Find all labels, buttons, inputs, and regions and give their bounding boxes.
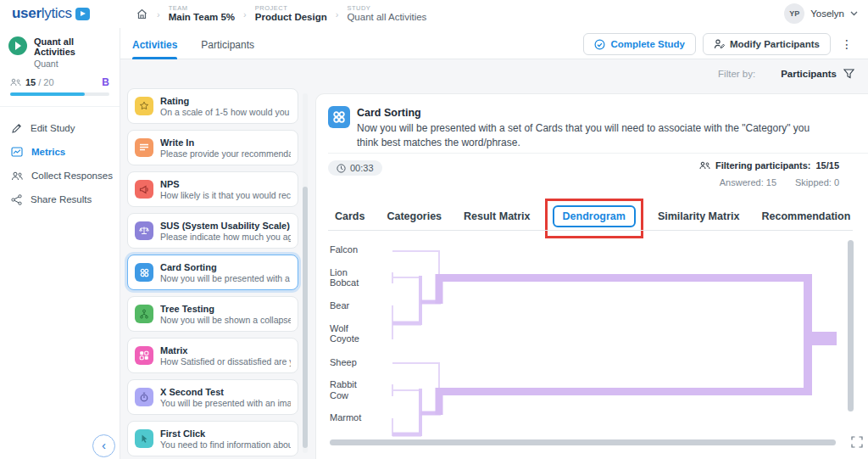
list-item-nps[interactable]: NPSHow likely is it that you would reco.… <box>127 171 298 207</box>
divider <box>328 230 853 231</box>
dendrogram-leaf: Bear <box>330 300 349 311</box>
dendrogram-leaf: Wolf <box>330 323 348 333</box>
activity-list-scrollbar-thumb[interactable] <box>303 187 308 448</box>
complete-study-button[interactable]: Complete Study <box>583 33 696 55</box>
card-sorting-icon <box>328 106 350 128</box>
sidebar-nav: Edit Study Metrics Collect Responses Sha… <box>0 116 120 211</box>
dendrogram-leaf: Marmot <box>330 412 361 423</box>
sidebar-divider <box>0 106 120 107</box>
participants-progressbar <box>10 92 109 96</box>
study-summary: Quant all Activities Quant <box>0 28 120 69</box>
filter-row: Filter by: Participants <box>718 69 854 79</box>
clock-icon <box>337 164 346 173</box>
breadcrumb-project[interactable]: PROJECT Product Design <box>255 5 327 23</box>
stopwatch-icon <box>135 388 153 406</box>
dendrogram-leaf: Lion <box>330 267 348 277</box>
dendrogram-leaf: Coyote <box>330 333 359 344</box>
timer-pill: 00:33 <box>328 160 382 176</box>
result-tabs: Cards Categories Result Matrix Dendrogra… <box>335 205 850 227</box>
share-icon <box>11 194 22 205</box>
study-subtitle: Quant <box>34 59 111 69</box>
dendrogram-chart: Falcon Lion Bobcat Bear Wolf Coyote Shee… <box>316 232 868 444</box>
people-icon <box>699 161 710 170</box>
tab-participants[interactable]: Participants <box>201 28 254 59</box>
breadcrumb-chevron-icon: › <box>336 9 339 20</box>
megaphone-icon <box>135 180 153 199</box>
breadcrumb: › TEAM Main Team 5% › PROJECT Product De… <box>136 0 426 28</box>
filtering-value: 15/15 <box>815 160 839 171</box>
sidebar-item-share-results[interactable]: Share Results <box>0 188 120 211</box>
tree-icon <box>135 305 153 323</box>
logo-text-bold: user <box>12 5 42 22</box>
userlytics-logo[interactable]: userlytics <box>12 5 90 22</box>
study-title: Quant all Activities <box>34 36 111 57</box>
user-menu[interactable]: YP Yoselyn <box>784 3 858 24</box>
people-icon <box>11 171 23 181</box>
modify-participants-button[interactable]: Modify Participants <box>703 33 831 55</box>
filtering-label: Filtering participants: <box>715 160 810 171</box>
tab-cards[interactable]: Cards <box>335 210 364 222</box>
filter-funnel-icon[interactable] <box>843 69 854 79</box>
expand-fullscreen-icon[interactable] <box>851 436 863 448</box>
dendrogram-leaf: Cow <box>330 390 348 400</box>
sidebar-item-collect-responses[interactable]: Collect Responses <box>0 164 120 188</box>
vertical-scrollbar-thumb[interactable] <box>848 240 854 411</box>
participants-total: / 20 <box>38 77 53 87</box>
dendrogram-leaf: Rabbit <box>330 379 357 389</box>
balance-badge[interactable]: B <box>102 76 109 88</box>
list-item-sus[interactable]: SUS (System Usability Scale)Please indic… <box>127 213 298 249</box>
collapse-sidebar-button[interactable]: ‹ <box>92 434 115 457</box>
result-panel: Card Sorting Now you will be presented w… <box>315 93 868 459</box>
left-sidebar: Quant all Activities Quant 15 / 20 B Edi… <box>0 28 120 459</box>
tab-similarity-matrix[interactable]: Similarity Matrix <box>658 210 740 222</box>
matrix-grid-icon <box>135 346 153 365</box>
filter-value[interactable]: Participants <box>781 69 837 79</box>
tab-activities[interactable]: Activities <box>132 28 177 59</box>
breadcrumb-chevron-icon: › <box>157 9 160 20</box>
study-topbar: Activities Participants Complete Study M… <box>120 28 868 59</box>
tab-recommendation[interactable]: Recommendation <box>761 210 850 222</box>
horizontal-scrollbar-thumb[interactable] <box>330 439 836 445</box>
kebab-menu-icon[interactable]: ⋮ <box>837 37 856 51</box>
dendrogram-lines <box>316 232 868 444</box>
answered-skipped: Answered: 15 Skipped: 0 <box>720 177 839 188</box>
activity-list: RatingOn a scale of 1-5 how would you ra… <box>127 88 298 459</box>
list-item-write-in[interactable]: Write InPlease provide your recommendati… <box>127 130 298 165</box>
star-icon <box>135 97 153 115</box>
check-circle-icon <box>594 39 605 50</box>
top-header: userlytics › TEAM Main Team 5% › PROJECT… <box>0 0 868 28</box>
cursor-icon <box>135 429 153 448</box>
breadcrumb-team[interactable]: TEAM Main Team 5% <box>169 5 235 23</box>
answered-count: Answered: 15 <box>720 177 776 188</box>
activity-title: Card Sorting <box>357 107 421 119</box>
tab-dendrogram[interactable]: Dendrogram <box>553 205 636 227</box>
sidebar-item-edit-study[interactable]: Edit Study <box>0 116 120 140</box>
breadcrumb-chevron-icon: › <box>243 9 247 20</box>
list-item-x-second-test[interactable]: X Second TestYou will be presented with … <box>127 379 298 415</box>
logo-text-light: lytics <box>42 5 72 22</box>
divider <box>328 153 868 154</box>
skipped-count: Skipped: 0 <box>795 177 839 188</box>
tab-categories[interactable]: Categories <box>387 210 442 222</box>
study-tabs: Activities Participants <box>132 28 254 59</box>
list-item-matrix[interactable]: MatrixHow Satisfied or dissatisfied are … <box>127 338 298 373</box>
tab-result-matrix[interactable]: Result Matrix <box>464 210 531 222</box>
filtering-participants: Filtering participants: 15/15 <box>699 160 839 171</box>
dendrogram-leaf: Sheep <box>330 357 357 367</box>
list-item-tree-testing[interactable]: Tree TestingNow you will be shown a coll… <box>127 296 298 332</box>
breadcrumb-study[interactable]: STUDY Quant all Activities <box>347 5 426 23</box>
sidebar-item-metrics[interactable]: Metrics <box>0 140 120 164</box>
metrics-chart-icon <box>11 147 23 157</box>
dendrogram-leaf: Bobcat <box>330 277 359 288</box>
list-item-first-click[interactable]: First ClickYou need to find information … <box>127 421 298 456</box>
progress-fill <box>10 92 85 96</box>
list-item-rating[interactable]: RatingOn a scale of 1-5 how would you ra… <box>127 88 298 124</box>
home-icon[interactable] <box>136 8 148 20</box>
timer-value: 00:33 <box>350 163 374 173</box>
chevron-down-icon <box>850 11 858 16</box>
avatar: YP <box>784 3 804 24</box>
topbar-actions: Complete Study Modify Participants ⋮ <box>583 33 856 55</box>
list-item-card-sorting[interactable]: Card SortingNow you will be presented wi… <box>127 255 298 290</box>
person-edit-icon <box>714 39 725 49</box>
pencil-icon <box>11 123 22 134</box>
